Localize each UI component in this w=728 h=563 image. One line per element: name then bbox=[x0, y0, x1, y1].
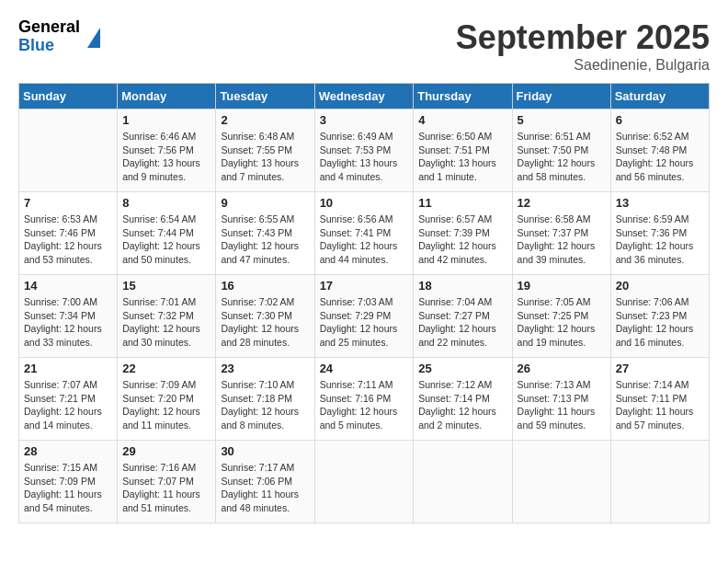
day-number: 21 bbox=[24, 362, 112, 375]
calendar-cell: 23Sunrise: 7:10 AMSunset: 7:18 PMDayligh… bbox=[216, 358, 314, 441]
logo-text: General Blue bbox=[18, 18, 80, 55]
weekday-header: Wednesday bbox=[314, 84, 414, 109]
calendar-cell: 14Sunrise: 7:00 AMSunset: 7:34 PMDayligh… bbox=[19, 275, 118, 358]
calendar-week-row: 7Sunrise: 6:53 AMSunset: 7:46 PMDaylight… bbox=[19, 192, 710, 275]
day-info: Sunrise: 6:46 AMSunset: 7:56 PMDaylight:… bbox=[122, 130, 210, 184]
calendar-cell: 24Sunrise: 7:11 AMSunset: 7:16 PMDayligh… bbox=[314, 358, 414, 441]
calendar-cell: 7Sunrise: 6:53 AMSunset: 7:46 PMDaylight… bbox=[19, 192, 118, 275]
day-info: Sunrise: 7:16 AMSunset: 7:07 PMDaylight:… bbox=[122, 461, 210, 515]
day-number: 6 bbox=[616, 113, 704, 127]
day-info: Sunrise: 7:12 AMSunset: 7:14 PMDaylight:… bbox=[418, 378, 506, 432]
day-number: 10 bbox=[320, 196, 409, 210]
calendar-cell: 22Sunrise: 7:09 AMSunset: 7:20 PMDayligh… bbox=[118, 358, 216, 441]
day-number: 19 bbox=[518, 279, 606, 293]
day-number: 26 bbox=[518, 362, 606, 375]
day-number: 17 bbox=[320, 279, 409, 293]
calendar-cell: 17Sunrise: 7:03 AMSunset: 7:29 PMDayligh… bbox=[314, 275, 414, 358]
day-info: Sunrise: 7:09 AMSunset: 7:20 PMDaylight:… bbox=[122, 378, 210, 432]
calendar-cell bbox=[610, 441, 709, 523]
calendar-cell: 15Sunrise: 7:01 AMSunset: 7:32 PMDayligh… bbox=[118, 275, 216, 358]
day-info: Sunrise: 6:58 AMSunset: 7:37 PMDaylight:… bbox=[518, 213, 606, 267]
calendar-cell: 20Sunrise: 7:06 AMSunset: 7:23 PMDayligh… bbox=[610, 275, 709, 358]
day-info: Sunrise: 6:50 AMSunset: 7:51 PMDaylight:… bbox=[418, 130, 506, 184]
logo-triangle-icon bbox=[87, 28, 100, 48]
day-info: Sunrise: 7:04 AMSunset: 7:27 PMDaylight:… bbox=[418, 295, 506, 350]
calendar-week-row: 21Sunrise: 7:07 AMSunset: 7:21 PMDayligh… bbox=[19, 358, 710, 441]
calendar-week-row: 1Sunrise: 6:46 AMSunset: 7:56 PMDaylight… bbox=[19, 109, 710, 192]
calendar-cell: 28Sunrise: 7:15 AMSunset: 7:09 PMDayligh… bbox=[19, 441, 118, 523]
weekday-header: Friday bbox=[512, 84, 610, 109]
calendar-cell: 13Sunrise: 6:59 AMSunset: 7:36 PMDayligh… bbox=[610, 192, 709, 275]
calendar-cell: 1Sunrise: 6:46 AMSunset: 7:56 PMDaylight… bbox=[118, 109, 216, 192]
day-number: 20 bbox=[616, 279, 704, 293]
day-info: Sunrise: 7:07 AMSunset: 7:21 PMDaylight:… bbox=[24, 378, 112, 432]
calendar-cell: 3Sunrise: 6:49 AMSunset: 7:53 PMDaylight… bbox=[314, 109, 414, 192]
weekday-header: Thursday bbox=[414, 84, 512, 109]
day-info: Sunrise: 6:57 AMSunset: 7:39 PMDaylight:… bbox=[418, 213, 506, 267]
day-info: Sunrise: 7:01 AMSunset: 7:32 PMDaylight:… bbox=[122, 295, 210, 350]
calendar-cell: 19Sunrise: 7:05 AMSunset: 7:25 PMDayligh… bbox=[512, 275, 610, 358]
day-info: Sunrise: 6:49 AMSunset: 7:53 PMDaylight:… bbox=[320, 130, 409, 184]
calendar-cell bbox=[314, 441, 414, 523]
day-number: 8 bbox=[122, 196, 210, 210]
calendar-cell: 8Sunrise: 6:54 AMSunset: 7:44 PMDaylight… bbox=[118, 192, 216, 275]
calendar-cell bbox=[19, 109, 118, 192]
day-number: 18 bbox=[418, 279, 506, 293]
title-section: September 2025 Saedinenie, Bulgaria bbox=[456, 18, 710, 74]
day-info: Sunrise: 7:10 AMSunset: 7:18 PMDaylight:… bbox=[221, 378, 309, 432]
weekday-header: Monday bbox=[118, 84, 216, 109]
logo: General Blue bbox=[18, 18, 100, 55]
calendar-cell: 5Sunrise: 6:51 AMSunset: 7:50 PMDaylight… bbox=[512, 109, 610, 192]
day-info: Sunrise: 6:55 AMSunset: 7:43 PMDaylight:… bbox=[221, 213, 309, 267]
month-title: September 2025 bbox=[456, 18, 710, 57]
day-info: Sunrise: 7:14 AMSunset: 7:11 PMDaylight:… bbox=[616, 378, 704, 432]
day-info: Sunrise: 6:52 AMSunset: 7:48 PMDaylight:… bbox=[616, 130, 704, 184]
calendar-cell: 2Sunrise: 6:48 AMSunset: 7:55 PMDaylight… bbox=[216, 109, 314, 192]
day-number: 3 bbox=[320, 113, 409, 127]
calendar-cell: 29Sunrise: 7:16 AMSunset: 7:07 PMDayligh… bbox=[118, 441, 216, 523]
day-info: Sunrise: 7:15 AMSunset: 7:09 PMDaylight:… bbox=[24, 461, 112, 515]
day-number: 24 bbox=[320, 362, 409, 375]
location-subtitle: Saedinenie, Bulgaria bbox=[456, 57, 710, 74]
day-number: 12 bbox=[518, 196, 606, 210]
calendar-cell bbox=[414, 441, 512, 523]
day-number: 15 bbox=[122, 279, 210, 293]
day-info: Sunrise: 7:17 AMSunset: 7:06 PMDaylight:… bbox=[221, 461, 309, 515]
calendar-cell: 27Sunrise: 7:14 AMSunset: 7:11 PMDayligh… bbox=[610, 358, 709, 441]
weekday-header: Sunday bbox=[19, 84, 118, 109]
day-info: Sunrise: 6:51 AMSunset: 7:50 PMDaylight:… bbox=[518, 130, 606, 184]
calendar-cell: 4Sunrise: 6:50 AMSunset: 7:51 PMDaylight… bbox=[414, 109, 512, 192]
day-number: 4 bbox=[418, 113, 506, 127]
day-number: 25 bbox=[418, 362, 506, 375]
day-number: 2 bbox=[221, 113, 309, 127]
day-number: 13 bbox=[616, 196, 704, 210]
day-number: 11 bbox=[418, 196, 506, 210]
page-header: General Blue September 2025 Saedinenie, … bbox=[18, 18, 710, 74]
day-number: 22 bbox=[122, 362, 210, 375]
calendar-cell: 25Sunrise: 7:12 AMSunset: 7:14 PMDayligh… bbox=[414, 358, 512, 441]
day-number: 16 bbox=[221, 279, 309, 293]
calendar-cell: 18Sunrise: 7:04 AMSunset: 7:27 PMDayligh… bbox=[414, 275, 512, 358]
day-info: Sunrise: 6:54 AMSunset: 7:44 PMDaylight:… bbox=[122, 213, 210, 267]
calendar-cell: 11Sunrise: 6:57 AMSunset: 7:39 PMDayligh… bbox=[414, 192, 512, 275]
calendar-cell: 9Sunrise: 6:55 AMSunset: 7:43 PMDaylight… bbox=[216, 192, 314, 275]
day-info: Sunrise: 7:13 AMSunset: 7:13 PMDaylight:… bbox=[518, 378, 606, 432]
day-info: Sunrise: 6:48 AMSunset: 7:55 PMDaylight:… bbox=[221, 130, 309, 184]
calendar-cell: 6Sunrise: 6:52 AMSunset: 7:48 PMDaylight… bbox=[610, 109, 709, 192]
day-number: 29 bbox=[122, 444, 210, 458]
day-info: Sunrise: 7:11 AMSunset: 7:16 PMDaylight:… bbox=[320, 378, 409, 432]
calendar-cell bbox=[512, 441, 610, 523]
calendar-cell: 12Sunrise: 6:58 AMSunset: 7:37 PMDayligh… bbox=[512, 192, 610, 275]
day-info: Sunrise: 7:05 AMSunset: 7:25 PMDaylight:… bbox=[518, 295, 606, 350]
day-number: 30 bbox=[221, 444, 309, 458]
day-number: 5 bbox=[518, 113, 606, 127]
day-info: Sunrise: 6:53 AMSunset: 7:46 PMDaylight:… bbox=[24, 213, 112, 267]
day-info: Sunrise: 7:00 AMSunset: 7:34 PMDaylight:… bbox=[24, 295, 112, 350]
day-info: Sunrise: 6:59 AMSunset: 7:36 PMDaylight:… bbox=[616, 213, 704, 267]
day-number: 1 bbox=[122, 113, 210, 127]
weekday-header: Saturday bbox=[610, 84, 709, 109]
calendar-cell: 26Sunrise: 7:13 AMSunset: 7:13 PMDayligh… bbox=[512, 358, 610, 441]
day-number: 7 bbox=[24, 196, 112, 210]
calendar-header-row: SundayMondayTuesdayWednesdayThursdayFrid… bbox=[19, 84, 710, 109]
calendar-week-row: 14Sunrise: 7:00 AMSunset: 7:34 PMDayligh… bbox=[19, 275, 710, 358]
